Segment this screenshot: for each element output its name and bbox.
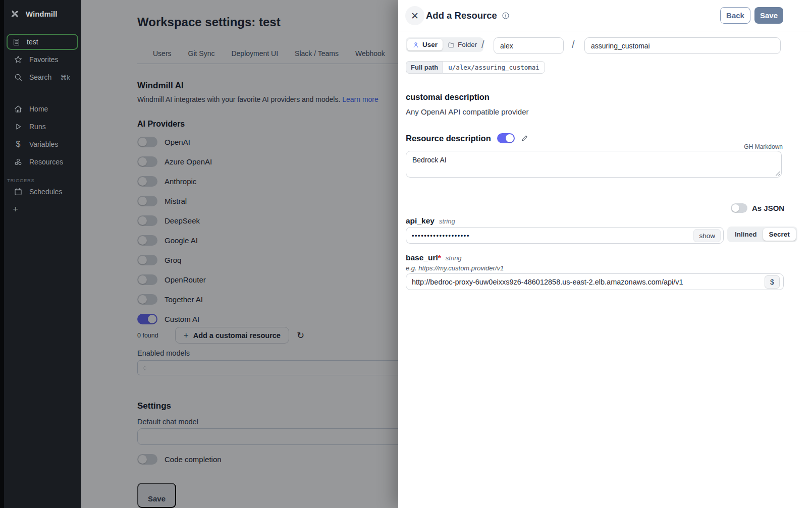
pencil-icon[interactable] xyxy=(521,134,529,142)
base-url-input[interactable]: http://bedroc-proxy-6uw0eixxs9z6-4860128… xyxy=(406,273,784,290)
resource-type-heading: customai description xyxy=(406,92,490,102)
app: Workspace settings: test UsersGit SyncDe… xyxy=(0,0,812,508)
path-owner-value: alex xyxy=(500,42,513,50)
sidebar-item-label: Home xyxy=(29,105,48,113)
resource-type-description: Any OpenAI API compatible provider xyxy=(406,107,528,116)
resize-handle[interactable] xyxy=(774,170,780,176)
dollar-icon: $ xyxy=(14,140,23,149)
markdown-hint: GH Markdown xyxy=(744,143,783,150)
base-url-value: http://bedroc-proxy-6uw0eixxs9z6-4860128… xyxy=(412,278,683,286)
as-json-label: As JSON xyxy=(752,204,784,212)
path-name-input[interactable]: assuring_customai xyxy=(584,37,781,54)
folder-icon xyxy=(448,41,455,48)
resource-description-row: Resource description xyxy=(406,133,529,143)
app-logo-label: Windmill xyxy=(26,10,57,18)
resource-description-toggle[interactable] xyxy=(497,133,515,143)
search-icon xyxy=(14,73,23,82)
sidebar-item-search[interactable]: Search ⌘k xyxy=(14,72,70,82)
window-edge xyxy=(0,0,4,508)
as-json-toggle[interactable] xyxy=(731,203,747,213)
add-resource-drawer: ✕ Add a Resource Back Save User Folder /… xyxy=(398,0,812,508)
full-path-chip: Full path u/alex/assuring_customai xyxy=(406,61,545,74)
owner-kind-user[interactable]: User xyxy=(407,39,443,50)
drawer-title-row: Add a Resource xyxy=(426,10,510,21)
required-asterisk: * xyxy=(438,253,441,262)
workspace-selector[interactable]: test xyxy=(7,34,78,50)
calendar-icon xyxy=(14,187,23,196)
resource-description-textarea[interactable]: Bedrock AI xyxy=(406,151,782,178)
info-icon xyxy=(502,12,510,20)
api-key-field-label: api_key string xyxy=(406,216,455,225)
full-path-value: u/alex/assuring_customai xyxy=(443,61,545,74)
show-password-button[interactable]: show xyxy=(693,229,721,242)
sidebar-item-label: Resources xyxy=(29,158,63,166)
variable-picker-button[interactable]: $ xyxy=(765,275,780,289)
base-url-name: base_url* xyxy=(406,253,441,262)
owner-kind-user-label: User xyxy=(422,41,438,48)
sidebar-item-variables[interactable]: $ Variables xyxy=(14,139,58,149)
drawer-header: ✕ Add a Resource Back Save xyxy=(398,0,812,31)
triggers-section-label: TRIGGERS xyxy=(7,178,34,183)
resource-description-heading: Resource description xyxy=(406,134,491,143)
path-separator: / xyxy=(572,39,575,50)
close-icon: ✕ xyxy=(411,11,419,21)
owner-kind-folder[interactable]: Folder xyxy=(443,39,482,50)
sidebar-item-label: Schedules xyxy=(29,188,62,196)
api-key-input[interactable]: ••••••••••••••••••• show xyxy=(406,227,724,244)
base-url-name-text: base_url xyxy=(406,253,438,262)
sidebar: Windmill test Favorites Search ⌘k Home R… xyxy=(0,0,81,508)
inlined-secret-segmented: Inlined Secret xyxy=(727,227,797,242)
base-url-field-label: base_url* string xyxy=(406,253,462,262)
sidebar-item-label: Runs xyxy=(29,123,46,131)
sidebar-item-runs[interactable]: Runs xyxy=(14,122,46,132)
home-icon xyxy=(14,104,23,114)
sidebar-item-label: Variables xyxy=(29,140,58,148)
sidebar-item-resources[interactable]: Resources xyxy=(14,157,63,167)
play-icon xyxy=(14,122,23,131)
building-icon xyxy=(12,38,21,46)
search-shortcut: ⌘k xyxy=(60,74,70,81)
owner-kind-segmented: User Folder xyxy=(406,37,483,52)
user-icon xyxy=(412,41,419,48)
path-separator: / xyxy=(481,39,484,50)
sidebar-item-favorites[interactable]: Favorites xyxy=(14,54,59,65)
as-json-row: As JSON xyxy=(731,203,784,213)
base-url-type: string xyxy=(446,254,462,262)
api-key-name: api_key xyxy=(406,216,435,225)
drawer-save-button[interactable]: Save xyxy=(754,7,783,24)
workspace-name: test xyxy=(27,38,38,46)
app-logo[interactable]: Windmill xyxy=(10,9,57,19)
api-key-type: string xyxy=(439,217,455,225)
path-owner-input[interactable]: alex xyxy=(494,37,564,54)
back-button[interactable]: Back xyxy=(720,7,750,24)
sidebar-item-label: Favorites xyxy=(29,55,59,64)
star-icon xyxy=(14,55,23,64)
sidebar-item-home[interactable]: Home xyxy=(14,104,48,114)
inlined-option[interactable]: Inlined xyxy=(729,228,763,241)
windmill-logo-icon xyxy=(10,9,20,19)
path-name-value: assuring_customai xyxy=(591,42,650,50)
resource-description-value: Bedrock AI xyxy=(412,156,447,164)
drawer-title: Add a Resource xyxy=(426,10,497,21)
sidebar-item-schedules[interactable]: Schedules xyxy=(14,187,62,197)
owner-kind-folder-label: Folder xyxy=(458,41,477,48)
sidebar-item-label: Search xyxy=(29,73,51,81)
api-key-masked-value: ••••••••••••••••••• xyxy=(412,232,470,240)
full-path-label: Full path xyxy=(406,61,443,74)
secret-option[interactable]: Secret xyxy=(763,228,796,241)
close-button[interactable]: ✕ xyxy=(405,6,424,25)
sidebar-add-button[interactable]: + xyxy=(13,204,18,214)
resources-icon xyxy=(14,157,23,166)
base-url-hint: e.g. https://my.custom.provider/v1 xyxy=(406,264,504,272)
